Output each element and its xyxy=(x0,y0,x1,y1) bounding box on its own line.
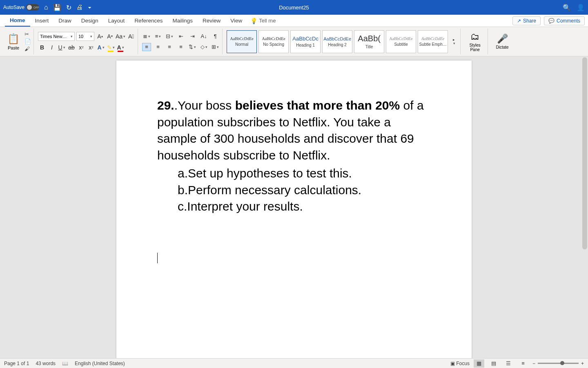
customize-qat-icon[interactable]: ⏷ xyxy=(88,5,92,10)
borders-icon[interactable]: ⊞▾ xyxy=(211,43,220,51)
autosave-label: AutoSave xyxy=(3,4,24,10)
align-left-icon[interactable]: ≡ xyxy=(142,43,151,51)
increase-indent-icon[interactable]: ⇥ xyxy=(188,32,197,40)
styles-more-icon[interactable]: ▸▾ xyxy=(450,38,458,46)
cut-icon[interactable]: ✂ xyxy=(24,31,31,37)
clear-formatting-icon[interactable]: A⃠ xyxy=(127,32,135,40)
superscript-button[interactable]: x2 xyxy=(87,43,95,52)
language-indicator[interactable]: English (United States) xyxy=(75,361,125,366)
search-icon[interactable]: 🔍 xyxy=(563,4,571,11)
page-indicator[interactable]: Page 1 of 1 xyxy=(4,361,29,366)
print-layout-view-icon[interactable]: ▦ xyxy=(474,359,484,368)
style-subtle-emphasis[interactable]: AaBbCcDdEe Subtle Emph… xyxy=(418,30,448,53)
comments-button[interactable]: 💬Comments xyxy=(544,16,585,25)
decrease-font-icon[interactable]: A▾ xyxy=(106,32,114,40)
decrease-indent-icon[interactable]: ⇤ xyxy=(176,32,185,40)
tab-insert[interactable]: Insert xyxy=(30,15,54,27)
share-icon: ↗ xyxy=(517,18,521,24)
italic-button[interactable]: I xyxy=(48,43,56,52)
style-heading2[interactable]: AaBbCcDdEe Heading 2 xyxy=(322,30,352,53)
spellcheck-icon[interactable]: 📖 xyxy=(62,361,68,366)
text-cursor xyxy=(157,253,158,263)
font-color-icon[interactable]: A▾ xyxy=(116,43,125,52)
item-c[interactable]: c.Interpret your results. xyxy=(178,198,431,215)
page[interactable]: 29..Your boss believes that more than 20… xyxy=(116,61,472,358)
align-right-icon[interactable]: ≡ xyxy=(165,43,174,51)
show-marks-icon[interactable]: ¶ xyxy=(211,32,220,40)
style-subtitle[interactable]: AaBbCcDdEe Subtitle xyxy=(386,30,416,53)
subscript-button[interactable]: x2 xyxy=(77,43,85,52)
multilevel-list-icon[interactable]: ⊟▾ xyxy=(165,32,174,40)
text-effects-icon[interactable]: A▾ xyxy=(97,43,105,52)
tab-review[interactable]: Review xyxy=(198,15,225,27)
styles-pane-button[interactable]: 🗂 Styles Pane xyxy=(465,31,485,52)
underline-button[interactable]: U▾ xyxy=(58,43,66,52)
clipboard-icon: 📋 xyxy=(7,33,20,45)
style-heading1[interactable]: AaBbCcDc Heading 1 xyxy=(290,30,321,53)
style-title[interactable]: AaBb( Title xyxy=(354,30,384,53)
account-icon[interactable]: 👤 xyxy=(577,4,585,11)
font-name-select[interactable]: Times New…▾ xyxy=(38,32,75,41)
document-canvas[interactable]: 29..Your boss believes that more than 20… xyxy=(0,56,588,358)
print-icon[interactable]: 🖨 xyxy=(76,4,83,11)
tab-home[interactable]: Home xyxy=(5,15,30,27)
tab-mailings[interactable]: Mailings xyxy=(167,15,198,27)
undo-icon[interactable]: ↻ xyxy=(66,4,71,11)
focus-mode[interactable]: ▣ Focus xyxy=(450,361,470,366)
font-size-select[interactable]: 10▾ xyxy=(76,32,94,41)
bulb-icon: 💡 xyxy=(250,18,257,24)
item-a[interactable]: a.Set up hypotheses to test this. xyxy=(178,165,431,182)
tab-design[interactable]: Design xyxy=(76,15,103,27)
word-count[interactable]: 43 words xyxy=(36,361,56,366)
zoom-slider[interactable] xyxy=(538,363,579,364)
sort-icon[interactable]: A↓ xyxy=(199,32,208,40)
format-painter-icon[interactable]: 🖌 xyxy=(24,46,31,52)
home-icon[interactable]: ⌂ xyxy=(44,4,48,11)
line-spacing-icon[interactable]: ⇅▾ xyxy=(188,43,197,51)
tab-references[interactable]: References xyxy=(129,15,167,27)
increase-font-icon[interactable]: A▴ xyxy=(96,32,104,40)
zoom-in-icon[interactable]: + xyxy=(581,361,584,366)
share-button[interactable]: ↗Share xyxy=(512,16,541,25)
zoom-out-icon[interactable]: − xyxy=(532,361,535,366)
microphone-icon: 🎤 xyxy=(497,34,508,44)
bold-button[interactable]: B xyxy=(38,43,46,52)
comment-icon: 💬 xyxy=(548,18,555,24)
draft-view-icon[interactable]: ≡ xyxy=(518,359,528,368)
tell-me-button[interactable]: 💡Tell me xyxy=(250,18,276,24)
document-title: Document25 xyxy=(279,4,309,11)
item-b[interactable]: b.Perform necessary calculations. xyxy=(178,182,431,199)
style-no-spacing[interactable]: AaBbCcDdEe No Spacing xyxy=(258,30,289,53)
web-layout-view-icon[interactable]: ▤ xyxy=(488,359,499,368)
tab-layout[interactable]: Layout xyxy=(103,15,130,27)
justify-icon[interactable]: ≡ xyxy=(176,43,185,51)
shading-icon[interactable]: ◇▾ xyxy=(199,43,208,51)
bullets-icon[interactable]: ≣▾ xyxy=(142,32,151,40)
problem-text[interactable]: 29..Your boss believes that more than 20… xyxy=(157,97,431,164)
copy-icon[interactable]: 📄 xyxy=(24,38,31,45)
outline-view-icon[interactable]: ☰ xyxy=(503,359,514,368)
align-center-icon[interactable]: ≡ xyxy=(154,43,163,51)
numbering-icon[interactable]: ≡▾ xyxy=(154,32,163,40)
style-normal[interactable]: AaBbCcDdEe Normal xyxy=(227,30,257,53)
tab-view[interactable]: View xyxy=(225,15,247,27)
change-case-icon[interactable]: Aa▾ xyxy=(116,32,125,40)
save-icon[interactable]: 💾 xyxy=(53,4,61,11)
autosave-toggle[interactable]: AutoSave OFF xyxy=(3,4,39,11)
vertical-scrollbar[interactable] xyxy=(582,57,587,249)
tab-draw[interactable]: Draw xyxy=(53,15,76,27)
paste-button[interactable]: 📋 Paste xyxy=(5,33,22,50)
strikethrough-button[interactable]: ab xyxy=(67,43,76,52)
highlight-icon[interactable]: ✎▾ xyxy=(107,43,115,52)
styles-pane-icon: 🗂 xyxy=(470,31,479,42)
dictate-button[interactable]: 🎤 Dictate xyxy=(492,34,512,49)
